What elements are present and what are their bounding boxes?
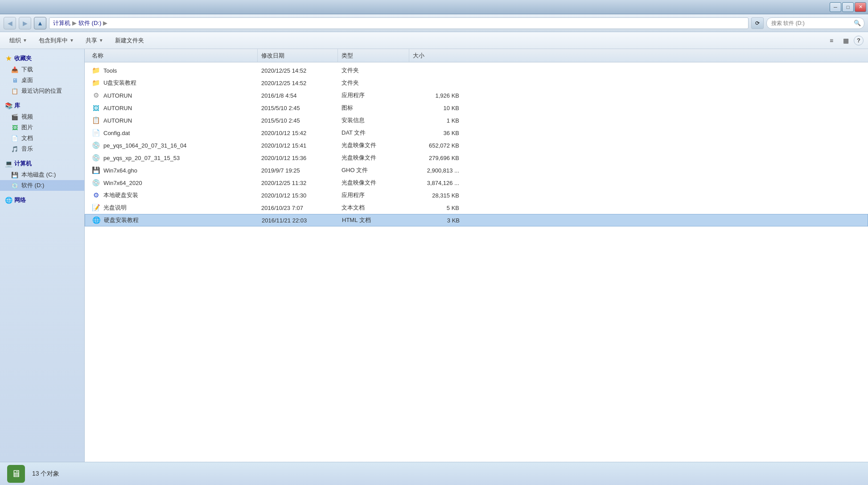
file-list: 📁 Tools 2020/12/25 14:52 文件夹 📁 U盘安装教程 20… bbox=[85, 62, 868, 462]
file-name: AUTORUN bbox=[103, 117, 132, 124]
folder-dl-icon: 📥 bbox=[11, 66, 19, 74]
file-size-cell: 36 KB bbox=[409, 130, 463, 136]
toolbar-right: ≡ ▦ ? bbox=[825, 34, 864, 47]
view-mode-button[interactable]: ≡ bbox=[825, 34, 838, 47]
sidebar-item-music[interactable]: 🎵 音乐 bbox=[0, 144, 84, 154]
table-row[interactable]: 💾 Win7x64.gho 2019/9/7 19:25 GHO 文件 2,90… bbox=[85, 164, 868, 177]
file-type-cell: 文本文档 bbox=[338, 204, 409, 212]
organize-button[interactable]: 组织 ▼ bbox=[4, 34, 32, 47]
file-modified-cell: 2016/1/8 4:54 bbox=[258, 92, 338, 99]
table-row[interactable]: 💿 pe_yqs_xp_20_07_31_15_53 2020/10/12 15… bbox=[85, 152, 868, 164]
address-bar: ◀ ▶ ▲ 计算机 ▶ 软件 (D:) ▶ ⟳ 🔍 bbox=[0, 14, 868, 32]
sidebar: ★ 收藏夹 📥 下载 🖥 桌面 📋 最近访问的位置 📚 库 bbox=[0, 49, 85, 462]
recent-icon: 📋 bbox=[11, 87, 19, 95]
file-name: Config.dat bbox=[103, 130, 130, 136]
maximize-button[interactable]: □ bbox=[842, 2, 854, 12]
breadcrumb: 计算机 ▶ 软件 (D:) ▶ bbox=[49, 17, 749, 29]
table-row[interactable]: 💿 Win7x64_2020 2020/12/25 11:32 光盘映像文件 3… bbox=[85, 177, 868, 189]
sidebar-library-section: 📚 库 🎬 视频 🖼 图片 📄 文档 🎵 音乐 bbox=[0, 100, 84, 154]
help-button[interactable]: ? bbox=[854, 36, 864, 45]
file-size-cell: 10 KB bbox=[409, 105, 463, 111]
file-size-cell: 279,696 KB bbox=[409, 155, 463, 161]
col-modified[interactable]: 修改日期 bbox=[258, 49, 338, 62]
file-name: U盘安装教程 bbox=[103, 79, 136, 87]
forward-button[interactable]: ▶ bbox=[19, 17, 31, 29]
file-type-icon: 📁 bbox=[92, 66, 100, 74]
file-modified-cell: 2020/10/12 15:30 bbox=[258, 192, 338, 199]
sidebar-item-d-drive[interactable]: 💿 软件 (D:) bbox=[0, 180, 84, 191]
library-button[interactable]: 包含到库中 ▼ bbox=[34, 34, 79, 47]
view-details-button[interactable]: ▦ bbox=[839, 34, 852, 47]
sidebar-item-c-drive[interactable]: 💾 本地磁盘 (C:) bbox=[0, 169, 84, 180]
file-type-cell: 文件夹 bbox=[338, 79, 409, 87]
file-modified-cell: 2020/12/25 14:52 bbox=[258, 80, 338, 86]
table-row[interactable]: 🖼 AUTORUN 2015/5/10 2:45 图标 10 KB bbox=[85, 102, 868, 114]
image-icon: 🖼 bbox=[11, 123, 19, 132]
toolbar: 组织 ▼ 包含到库中 ▼ 共享 ▼ 新建文件夹 ≡ ▦ ? bbox=[0, 32, 868, 49]
file-size-cell: 5 KB bbox=[409, 205, 463, 211]
new-folder-button[interactable]: 新建文件夹 bbox=[110, 34, 149, 47]
file-type-icon: ⚙ bbox=[92, 91, 100, 99]
file-type-icon: 📄 bbox=[92, 129, 100, 137]
col-type[interactable]: 类型 bbox=[338, 49, 409, 62]
table-row[interactable]: 📝 光盘说明 2016/10/23 7:07 文本文档 5 KB bbox=[85, 201, 868, 214]
up-button[interactable]: ▲ bbox=[34, 17, 46, 29]
file-name-cell: 📋 AUTORUN bbox=[88, 116, 258, 124]
table-row[interactable]: ⚙ AUTORUN 2016/1/8 4:54 应用程序 1,926 KB bbox=[85, 89, 868, 102]
search-input[interactable] bbox=[766, 17, 864, 29]
breadcrumb-computer[interactable]: 计算机 bbox=[53, 19, 70, 27]
file-type-cell: 光盘映像文件 bbox=[338, 141, 409, 149]
file-type-icon: 📝 bbox=[92, 204, 100, 212]
table-row[interactable]: 📄 Config.dat 2020/10/12 15:42 DAT 文件 36 … bbox=[85, 127, 868, 139]
sidebar-computer-header[interactable]: 💻 计算机 bbox=[0, 158, 84, 169]
file-name: pe_yqs_1064_20_07_31_16_04 bbox=[103, 142, 187, 149]
table-row[interactable]: 📁 Tools 2020/12/25 14:52 文件夹 bbox=[85, 64, 868, 77]
sidebar-favorites-section: ★ 收藏夹 📥 下载 🖥 桌面 📋 最近访问的位置 bbox=[0, 53, 84, 96]
video-icon: 🎬 bbox=[11, 113, 19, 121]
file-size-cell: 1,926 KB bbox=[409, 92, 463, 99]
file-type-icon: 💿 bbox=[92, 141, 100, 149]
sidebar-item-download[interactable]: 📥 下载 bbox=[0, 64, 84, 75]
sidebar-network-header[interactable]: 🌐 网络 bbox=[0, 194, 84, 206]
sidebar-computer-section: 💻 计算机 💾 本地磁盘 (C:) 💿 软件 (D:) bbox=[0, 158, 84, 191]
file-area: 名称 修改日期 类型 大小 📁 Tools 2020/12/25 14:52 文… bbox=[85, 49, 868, 462]
sidebar-item-document[interactable]: 📄 文档 bbox=[0, 133, 84, 144]
file-name: 本地硬盘安装 bbox=[103, 191, 138, 199]
sidebar-item-image[interactable]: 🖼 图片 bbox=[0, 122, 84, 133]
back-button[interactable]: ◀ bbox=[4, 17, 16, 29]
file-type-icon: 💿 bbox=[92, 154, 100, 162]
sidebar-item-video[interactable]: 🎬 视频 bbox=[0, 111, 84, 122]
window-controls: ─ □ ✕ bbox=[830, 2, 866, 12]
file-name-cell: 💾 Win7x64.gho bbox=[88, 166, 258, 174]
table-row[interactable]: 📁 U盘安装教程 2020/12/25 14:52 文件夹 bbox=[85, 77, 868, 89]
refresh-button[interactable]: ⟳ bbox=[751, 17, 764, 29]
minimize-button[interactable]: ─ bbox=[830, 2, 841, 12]
sidebar-item-desktop[interactable]: 🖥 桌面 bbox=[0, 75, 84, 86]
file-size-cell: 652,072 KB bbox=[409, 142, 463, 149]
file-size-cell: 28,315 KB bbox=[409, 192, 463, 199]
table-row[interactable]: 🌐 硬盘安装教程 2016/11/21 22:03 HTML 文档 3 KB bbox=[85, 214, 868, 226]
table-row[interactable]: 📋 AUTORUN 2015/5/10 2:45 安装信息 1 KB bbox=[85, 114, 868, 127]
file-name-cell: ⚙ AUTORUN bbox=[88, 91, 258, 99]
file-type-cell: 光盘映像文件 bbox=[338, 154, 409, 162]
file-name-cell: 📝 光盘说明 bbox=[88, 204, 258, 212]
col-size[interactable]: 大小 bbox=[409, 49, 463, 62]
share-button[interactable]: 共享 ▼ bbox=[81, 34, 108, 47]
file-name-cell: 💿 Win7x64_2020 bbox=[88, 179, 258, 187]
network-icon: 🌐 bbox=[4, 196, 12, 204]
close-button[interactable]: ✕ bbox=[855, 2, 866, 12]
library-icon: 📚 bbox=[4, 102, 12, 110]
file-modified-cell: 2020/10/12 15:36 bbox=[258, 155, 338, 161]
breadcrumb-drive[interactable]: 软件 (D:) bbox=[78, 19, 101, 27]
sidebar-favorites-header[interactable]: ★ 收藏夹 bbox=[0, 53, 84, 64]
file-type-cell: GHO 文件 bbox=[338, 166, 409, 174]
file-modified-cell: 2015/5/10 2:45 bbox=[258, 105, 338, 111]
table-row[interactable]: ⚙ 本地硬盘安装 2020/10/12 15:30 应用程序 28,315 KB bbox=[85, 189, 868, 201]
col-name[interactable]: 名称 bbox=[88, 49, 258, 62]
file-type-cell: 光盘映像文件 bbox=[338, 179, 409, 187]
table-row[interactable]: 💿 pe_yqs_1064_20_07_31_16_04 2020/10/12 … bbox=[85, 139, 868, 152]
file-name-cell: 🖼 AUTORUN bbox=[88, 104, 258, 112]
sidebar-library-header[interactable]: 📚 库 bbox=[0, 100, 84, 111]
sidebar-item-recent[interactable]: 📋 最近访问的位置 bbox=[0, 86, 84, 96]
status-bar: 🖥 13 个对象 bbox=[0, 462, 868, 485]
